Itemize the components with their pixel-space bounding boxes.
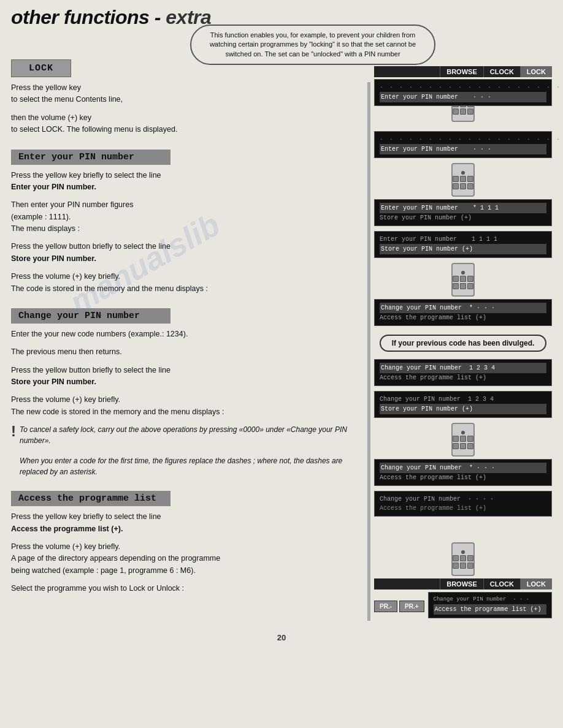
oval-callout: If your previous code has been divulged. xyxy=(380,335,547,352)
menu-bar-container: BROWSE CLOCK LOCK · · · · · · · · · · · … xyxy=(374,66,552,108)
s10-r1: Access the programme list (+) xyxy=(434,604,546,615)
enter-pin-1: Press the yellow key briefly to select t… xyxy=(11,170,358,194)
lock-tab: LOCK xyxy=(11,59,71,77)
s4-r1: Enter your PIN number 1 1 1 1 xyxy=(380,235,546,244)
s6-r1: Change your PIN number 1 2 3 4 xyxy=(380,363,546,373)
menu-browse[interactable]: BROWSE xyxy=(440,66,483,77)
s8-r2: Access the programme list (+) xyxy=(380,473,546,482)
s9-r1: Change your PIN number · · · · xyxy=(380,495,546,504)
warning-2: When you enter a code for the first time… xyxy=(20,455,358,477)
s2-row1: Enter your PIN number · · · xyxy=(380,144,546,154)
s7-r2: Store your PIN number (+) xyxy=(380,404,546,414)
enter-pin-header: Enter your PIN number xyxy=(11,150,170,165)
tv-screen-3: Enter your PIN number * 1 1 1 Store your… xyxy=(374,199,552,226)
divider-line xyxy=(367,82,370,621)
menu-lock-2[interactable]: LOCK xyxy=(520,578,552,590)
s6-r2: Access the programme list (+) xyxy=(380,373,546,382)
enter-pin-4: Press the volume (+) key briefly. The co… xyxy=(11,271,358,295)
enter-pin-3: Press the yellow button briefly to selec… xyxy=(11,241,358,265)
s3-r2: Store your PIN number (+) xyxy=(380,213,546,222)
tv-screen-4: Enter your PIN number 1 1 1 1 Store your… xyxy=(374,231,552,258)
access-2: Press the volume (+) key briefly. A page… xyxy=(11,541,358,577)
tv-screen-9: Change your PIN number · · · · Access th… xyxy=(374,491,552,517)
spacer-access xyxy=(374,521,552,540)
oval-callout-container: If your previous code has been divulged. xyxy=(374,331,552,355)
change-pin-4: Press the volume (+) key briefly. The ne… xyxy=(11,394,358,418)
pr-plus-btn[interactable]: PR.+ xyxy=(399,601,424,612)
menu-browse-2[interactable]: BROWSE xyxy=(440,578,483,590)
menu-bar-2: BROWSE CLOCK LOCK xyxy=(374,578,552,590)
screen-dots-1: · · · · · · · · · · · · · · · · · · · · xyxy=(380,83,546,92)
enter-pin-2: Then enter your PIN number figures (exam… xyxy=(11,199,358,235)
tv-screen-2: · · · · · · · · · · · · · · · · · · · · … xyxy=(374,131,552,158)
left-col: Press the yellow keyto select the menu C… xyxy=(11,82,364,621)
s9-r2: Access the programme list (+) xyxy=(380,504,546,513)
access-3: Select the programme you wish to Lock or… xyxy=(11,583,358,594)
s4-r2: Store your PIN number (+) xyxy=(380,244,546,254)
access-header: Access the programme list xyxy=(11,491,170,506)
tv-screen-7: Change your PIN number 1 2 3 4 Store you… xyxy=(374,391,552,418)
tv-screen-5: Change your PIN number * · · · Access th… xyxy=(374,299,552,326)
s5-r2: Access the programme list (+) xyxy=(380,313,546,322)
tv-screen-8: Change your PIN number * · · · Access th… xyxy=(374,459,552,486)
change-pin-2: The previous menu then returns. xyxy=(11,346,358,358)
remote-icon-3 xyxy=(451,263,475,297)
warning-block: ! To cancel a safety lock, carry out the… xyxy=(11,424,358,477)
right-col: · · · · · · · · · · · · · · · · · · · · … xyxy=(374,82,552,621)
warning-icon: ! xyxy=(11,424,16,439)
s5-r1: Change your PIN number * · · · xyxy=(380,303,546,313)
tv-screen-10: Change your PIN number · · · Access the … xyxy=(428,592,552,618)
main-body: Press the yellow keyto select the menu C… xyxy=(11,82,552,621)
change-pin-header: Change your PIN number xyxy=(11,308,170,324)
remote-area-4 xyxy=(374,423,552,457)
s8-r1: Change your PIN number * · · · xyxy=(380,463,546,473)
top-callout: This function enables you, for example, … xyxy=(190,25,435,65)
s7-r1: Change your PIN number 1 2 3 4 xyxy=(380,395,546,404)
warning-1: To cancel a safety lock, carry out the a… xyxy=(20,424,358,446)
remote-area-5 xyxy=(374,542,552,576)
remote-icon-4 xyxy=(451,423,475,457)
page-number: 20 xyxy=(11,633,552,642)
lock-intro-2: then the volume (+) keyto select LOCK. T… xyxy=(11,112,358,136)
s2-dots: · · · · · · · · · · · · · · · · · · · · xyxy=(380,135,546,144)
tv-screen-1: · · · · · · · · · · · · · · · · · · · · … xyxy=(374,79,552,106)
lock-intro-1: Press the yellow keyto select the menu C… xyxy=(11,82,358,106)
page: other functions - extra This function en… xyxy=(0,0,563,728)
tv-screen-6: Change your PIN number 1 2 3 4 Access th… xyxy=(374,359,552,386)
remote-icon-5 xyxy=(451,542,475,576)
menu-clock[interactable]: CLOCK xyxy=(483,66,520,77)
remote-icon-2 xyxy=(451,163,475,197)
remote-area-2 xyxy=(374,163,552,197)
s10-r0: Change your PIN number · · · xyxy=(434,596,546,604)
change-pin-3: Press the yellow button briefly to selec… xyxy=(11,365,358,389)
pr-buttons: PR.- PR.+ xyxy=(374,601,424,612)
menu-lock[interactable]: LOCK xyxy=(520,66,552,77)
warning-texts: To cancel a safety lock, carry out the a… xyxy=(20,424,358,477)
remote-area-3 xyxy=(374,263,552,297)
s3-r1: Enter your PIN number * 1 1 1 xyxy=(380,203,546,213)
pr-minus-btn[interactable]: PR.- xyxy=(374,601,397,612)
pr-and-screen: PR.- PR.+ Change your PIN number · · · A… xyxy=(374,592,552,621)
menu-clock-2[interactable]: CLOCK xyxy=(483,578,520,590)
top-callout-text: This function enables you, for example, … xyxy=(210,31,416,58)
change-pin-intro: Enter the your new code numbers (example… xyxy=(11,328,358,340)
access-1: Press the yellow key briefly to select t… xyxy=(11,511,358,535)
screen-row-1: Enter your PIN number · · · xyxy=(380,92,546,102)
menu-bar: BROWSE CLOCK LOCK xyxy=(374,66,552,77)
